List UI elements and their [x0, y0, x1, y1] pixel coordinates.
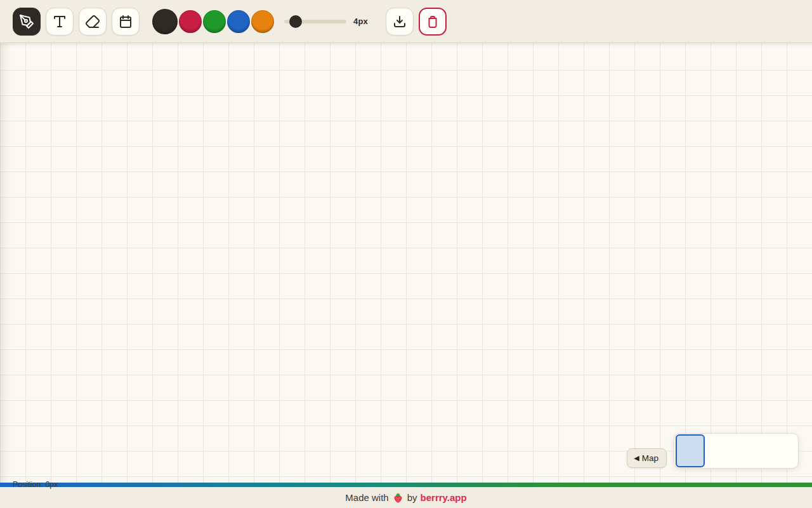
berrry-app-link[interactable]: berrry.app	[421, 492, 467, 503]
footer-by-text: by	[407, 492, 417, 503]
toolbar: 4px	[0, 0, 812, 43]
color-swatches	[152, 9, 275, 34]
position-label: Position: 0px	[13, 481, 58, 490]
strawberry-emoji	[393, 493, 403, 504]
stroke-width-label: 4px	[353, 17, 368, 26]
text-tool-button[interactable]	[46, 8, 74, 36]
map-toggle-button[interactable]: ◀ Map	[627, 448, 667, 468]
slider-thumb[interactable]	[289, 15, 302, 28]
download-icon	[392, 14, 407, 29]
calendar-icon	[118, 14, 133, 29]
minimap-viewport[interactable]	[676, 434, 705, 467]
map-button-label: Map	[642, 453, 658, 463]
swatch-crimson[interactable]	[179, 10, 202, 33]
pen-tool-button[interactable]	[13, 8, 41, 36]
swatch-green[interactable]	[203, 10, 226, 33]
swatch-blue[interactable]	[227, 10, 250, 33]
download-button[interactable]	[386, 8, 414, 36]
clear-canvas-button[interactable]	[419, 8, 447, 36]
drawing-canvas[interactable]: ◀ Map	[0, 43, 812, 483]
minimap-panel[interactable]	[674, 433, 799, 469]
eraser-tool-button[interactable]	[79, 8, 107, 36]
text-icon	[52, 14, 67, 29]
canvas-extent-bar: Position: 0px	[0, 483, 812, 487]
swatch-black[interactable]	[152, 9, 178, 34]
collapse-left-icon: ◀	[634, 455, 639, 462]
frame-tool-button[interactable]	[112, 8, 140, 36]
trash-icon	[425, 14, 440, 29]
footer-made-with-text: Made with	[345, 492, 388, 503]
pen-icon	[19, 14, 34, 29]
eraser-icon	[85, 14, 100, 29]
footer: Made with by berrry.app	[0, 487, 812, 508]
stroke-width-slider[interactable]	[284, 15, 346, 28]
swatch-orange[interactable]	[251, 10, 274, 33]
